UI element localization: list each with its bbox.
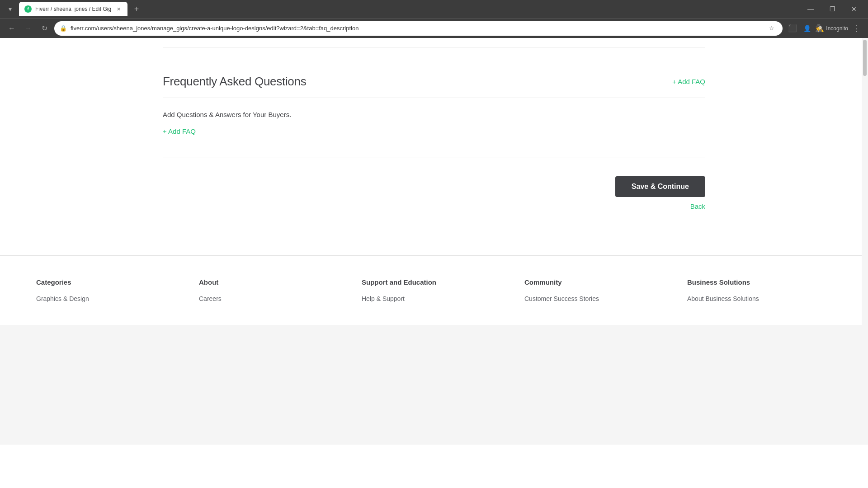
back-btn[interactable]: ← xyxy=(5,22,18,35)
save-continue-btn[interactable]: Save & Continue xyxy=(615,176,705,197)
top-divider xyxy=(163,47,705,47)
minimize-btn[interactable]: — xyxy=(800,2,821,16)
faq-header: Frequently Asked Questions + Add FAQ xyxy=(163,75,705,89)
footer-col-2: Support and EducationHelp & Support xyxy=(362,278,506,307)
scrollbar[interactable] xyxy=(862,38,868,445)
extensions-btn[interactable]: ⬛ xyxy=(786,22,799,35)
incognito-badge: 🕵 Incognito xyxy=(815,24,848,33)
footer-col-0: CategoriesGraphics & Design xyxy=(36,278,181,307)
footer-link-0-0[interactable]: Graphics & Design xyxy=(36,295,181,302)
add-faq-inline-btn[interactable]: + Add FAQ xyxy=(163,127,196,135)
scrollbar-thumb[interactable] xyxy=(863,40,867,76)
footer-link-3-0[interactable]: Customer Success Stories xyxy=(524,295,669,302)
footer-col-title-4: Business Solutions xyxy=(687,278,832,286)
address-bar[interactable]: 🔒 fiverr.com/users/sheena_jones/manage_g… xyxy=(54,21,783,36)
faq-bottom-divider xyxy=(163,158,705,158)
footer-col-1: AboutCareers xyxy=(199,278,344,307)
browser-toolbar: ← → ↻ 🔒 fiverr.com/users/sheena_jones/ma… xyxy=(0,18,868,38)
footer-link-1-0[interactable]: Careers xyxy=(199,295,344,302)
tab-group: ▾ f Fiverr / sheena_jones / Edit Gig ✕ + xyxy=(4,2,143,16)
browser-titlebar: ▾ f Fiverr / sheena_jones / Edit Gig ✕ +… xyxy=(0,0,868,18)
profile-menu-btn[interactable]: ▾ xyxy=(4,3,16,15)
tab-close-btn[interactable]: ✕ xyxy=(115,5,122,13)
browser-frame: ▾ f Fiverr / sheena_jones / Edit Gig ✕ +… xyxy=(0,0,868,38)
bookmark-btn[interactable]: ☆ xyxy=(766,23,777,34)
close-btn[interactable]: ✕ xyxy=(844,2,864,16)
lock-icon: 🔒 xyxy=(60,25,67,32)
page-content: Frequently Asked Questions + Add FAQ Add… xyxy=(0,38,868,445)
action-area: Save & Continue Back xyxy=(163,176,705,246)
toolbar-actions: ⬛ 👤 🕵 Incognito ⋮ xyxy=(786,22,863,35)
new-tab-btn[interactable]: + xyxy=(130,3,143,15)
footer-col-title-1: About xyxy=(199,278,344,286)
browser-tab-active[interactable]: f Fiverr / sheena_jones / Edit Gig ✕ xyxy=(19,2,127,16)
menu-btn[interactable]: ⋮ xyxy=(850,22,863,35)
profile-btn[interactable]: 👤 xyxy=(801,22,813,35)
footer-link-2-0[interactable]: Help & Support xyxy=(362,295,506,302)
main-wrapper: Frequently Asked Questions + Add FAQ Add… xyxy=(0,38,868,255)
incognito-icon: 🕵 xyxy=(815,24,824,33)
tab-title-text: Fiverr / sheena_jones / Edit Gig xyxy=(35,6,111,12)
footer-col-title-3: Community xyxy=(524,278,669,286)
faq-section: Frequently Asked Questions + Add FAQ Add… xyxy=(163,75,705,158)
faq-title: Frequently Asked Questions xyxy=(163,75,306,89)
incognito-label: Incognito xyxy=(826,25,848,32)
faq-description-text: Add Questions & Answers for Your Buyers. xyxy=(163,111,705,118)
footer-col-4: Business SolutionsAbout Business Solutio… xyxy=(687,278,832,307)
faq-header-divider xyxy=(163,98,705,98)
back-link[interactable]: Back xyxy=(690,202,705,210)
content-area: Frequently Asked Questions + Add FAQ Add… xyxy=(163,38,705,255)
add-faq-top-btn[interactable]: + Add FAQ xyxy=(672,78,705,85)
reload-btn[interactable]: ↻ xyxy=(38,22,51,35)
url-text: fiverr.com/users/sheena_jones/manage_gig… xyxy=(71,25,763,32)
forward-btn[interactable]: → xyxy=(22,22,34,35)
footer-col-title-2: Support and Education xyxy=(362,278,506,286)
address-actions: ☆ xyxy=(766,23,777,34)
footer: CategoriesGraphics & DesignAboutCareersS… xyxy=(0,255,868,325)
window-controls: — ❐ ✕ xyxy=(800,2,864,16)
tab-favicon: f xyxy=(24,5,32,13)
maximize-btn[interactable]: ❐ xyxy=(822,2,843,16)
footer-grid: CategoriesGraphics & DesignAboutCareersS… xyxy=(36,278,832,307)
footer-col-3: CommunityCustomer Success Stories xyxy=(524,278,669,307)
footer-col-title-0: Categories xyxy=(36,278,181,286)
footer-link-4-0[interactable]: About Business Solutions xyxy=(687,295,832,302)
